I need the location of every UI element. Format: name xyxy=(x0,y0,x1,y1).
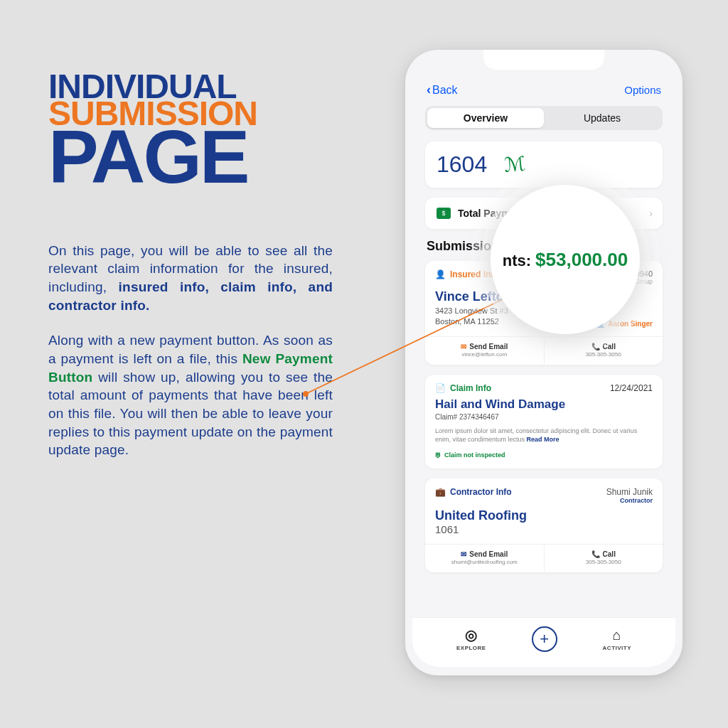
back-button[interactable]: ‹ Back xyxy=(427,82,458,97)
signature-number: 1604 xyxy=(437,151,487,178)
read-more-link[interactable]: Read More xyxy=(527,436,560,443)
phone-icon: 📞 xyxy=(592,550,600,558)
options-button[interactable]: Options xyxy=(624,84,661,96)
person-icon: 👤 xyxy=(435,269,446,279)
contractor-email-label: Send Email xyxy=(469,550,508,558)
magnifier-amount: $53,000.00 xyxy=(535,249,628,271)
bell-icon: ⌂ xyxy=(603,627,631,643)
tab-updates[interactable]: Updates xyxy=(544,108,660,128)
headline-block: INDIVIDUAL SUBMISSION PAGE xyxy=(48,71,347,192)
contractor-company: United Roofing xyxy=(435,508,653,523)
phone-value: 305-305-3050 xyxy=(545,351,663,358)
nav-activity[interactable]: ⌂ ACTIVITY xyxy=(603,627,631,651)
claim-info-header: 📄 Claim Info xyxy=(435,383,491,393)
claim-title: Hail and Wind Damage xyxy=(435,397,653,412)
signature-icon: ℳ xyxy=(503,152,527,177)
chevron-right-icon: › xyxy=(649,208,653,219)
claim-status-chip: ⛨ Claim not inspected xyxy=(435,451,653,469)
assignee-name: Aaron Singer xyxy=(608,320,653,328)
email-value: vince@lefton.com xyxy=(425,351,544,358)
contractor-phone-value: 305-305-3050 xyxy=(545,559,663,565)
insured-info-header: 👤 Insured Info xyxy=(435,269,499,279)
briefcase-icon: 💼 xyxy=(435,487,446,497)
call-button[interactable]: 📞Call 305-305-3050 xyxy=(545,337,663,365)
contractor-call-label: Call xyxy=(603,550,616,558)
compass-icon: ◎ xyxy=(456,626,486,643)
send-email-button[interactable]: ✉Send Email vince@lefton.com xyxy=(425,337,545,365)
insured-actions: ✉Send Email vince@lefton.com 📞Call 305-3… xyxy=(425,336,663,365)
claim-status-text: Claim not inspected xyxy=(444,451,505,459)
description-paragraph-1: On this page, you will be able to see al… xyxy=(48,242,333,315)
contractor-email-value: shumi@unitedroofing.com xyxy=(425,559,544,565)
document-icon: 📄 xyxy=(435,383,446,393)
magnifier-label-fragment: nts: xyxy=(503,252,531,270)
top-bar: ‹ Back Options xyxy=(421,80,667,106)
claim-info-card: 📄 Claim Info 12/24/2021 Hail and Wind Da… xyxy=(425,375,663,469)
headline-line-3: PAGE xyxy=(48,122,347,192)
contractor-send-email-button[interactable]: ✉Send Email shumi@unitedroofing.com xyxy=(425,545,545,572)
left-text-panel: INDIVIDUAL SUBMISSION PAGE On this page,… xyxy=(48,71,347,476)
bottom-nav: ◎ EXPLORE + ⌂ ACTIVITY xyxy=(412,617,675,667)
contractor-role: Contractor xyxy=(606,497,653,504)
tab-overview[interactable]: Overview xyxy=(427,108,544,128)
plus-icon: + xyxy=(540,630,549,648)
claim-label: Claim Info xyxy=(450,383,491,393)
phone-screen: ‹ Back Options Overview Updates 1604 ℳ $… xyxy=(412,58,675,667)
mail-icon: ✉ xyxy=(461,343,466,350)
payments-icon: $ xyxy=(437,208,451,219)
contractor-person: Shumi Junik Contractor xyxy=(606,487,653,504)
description-paragraph-2: Along with a new payment button. As soon… xyxy=(48,331,333,459)
address-line-1: 3423 Longview St #3 xyxy=(435,306,508,316)
description-block: On this page, you will be able to see al… xyxy=(48,242,333,459)
mail-icon: ✉ xyxy=(461,550,466,558)
claim-date: 12/24/2021 xyxy=(610,383,653,393)
claim-number: Claim# 2374346467 xyxy=(435,413,653,421)
contractor-person-name: Shumi Junik xyxy=(606,487,653,497)
nav-add-button[interactable]: + xyxy=(532,626,557,652)
contractor-number: 1061 xyxy=(435,523,653,535)
claim-date-value: 12/24/2021 xyxy=(610,383,653,393)
insured-address: 3423 Longview St #3 Boston, MA 11252 xyxy=(435,306,508,328)
magnifier-callout: nts: $53,000.00 xyxy=(491,185,640,334)
phone-frame: ‹ Back Options Overview Updates 1604 ℳ $… xyxy=(405,50,682,675)
signature-card[interactable]: 1604 ℳ xyxy=(425,141,663,188)
contractor-info-card: 💼 Contractor Info Shumi Junik Contractor… xyxy=(425,478,663,572)
address-line-2: Boston, MA 11252 xyxy=(435,316,508,327)
chevron-left-icon: ‹ xyxy=(427,82,431,97)
phone-mockup: ‹ Back Options Overview Updates 1604 ℳ $… xyxy=(405,50,682,690)
call-action-label: Call xyxy=(603,343,616,350)
phone-icon: 📞 xyxy=(592,343,600,350)
email-action-label: Send Email xyxy=(469,343,508,350)
back-label: Back xyxy=(432,84,458,97)
contractor-info-header: 💼 Contractor Info xyxy=(435,487,512,497)
nav-explore[interactable]: ◎ EXPLORE xyxy=(456,626,486,651)
contractor-call-button[interactable]: 📞Call 305-305-3050 xyxy=(545,545,663,572)
claim-description: Lorem ipsum dolor sit amet, consectetur … xyxy=(435,427,653,444)
segmented-control: Overview Updates xyxy=(425,106,663,130)
nav-explore-label: EXPLORE xyxy=(456,645,486,651)
nav-activity-label: ACTIVITY xyxy=(603,645,631,651)
status-icon: ⛨ xyxy=(435,451,441,459)
contractor-actions: ✉Send Email shumi@unitedroofing.com 📞Cal… xyxy=(425,544,663,572)
phone-notch xyxy=(483,50,604,70)
contractor-label: Contractor Info xyxy=(450,487,512,497)
